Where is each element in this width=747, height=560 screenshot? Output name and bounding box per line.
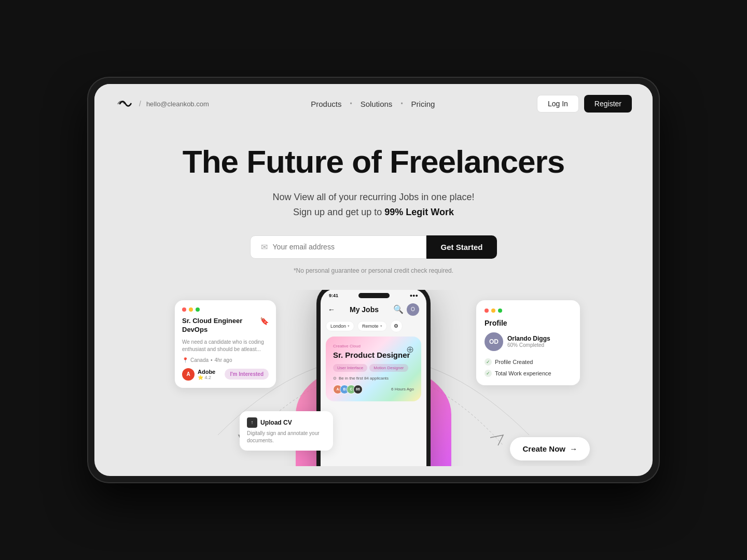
filter-london[interactable]: London ▾ xyxy=(326,321,354,331)
tag-motion: Motion Designer xyxy=(369,364,408,372)
phone-screen: 9:41 ●●● ← My Jobs 🔍 O xyxy=(321,290,426,466)
search-icon[interactable]: 🔍 xyxy=(393,304,404,314)
company-name: Adobe xyxy=(198,369,215,375)
profile-check-1: ✓ Profile Created xyxy=(485,358,572,366)
dot-red xyxy=(182,307,186,312)
profile-card-dots xyxy=(485,309,572,313)
register-button[interactable]: Register xyxy=(584,95,632,113)
phone-job-tags: User Interface Motion Designer xyxy=(333,364,414,372)
phone-wrapper: 9:41 ●●● ← My Jobs 🔍 O xyxy=(316,290,431,466)
create-now-label: Create Now xyxy=(522,444,565,453)
filter-row: London ▾ Remote ▾ ⚙ xyxy=(321,320,426,337)
phone-job-title: Sr. Product Designer xyxy=(333,351,414,360)
dot-green xyxy=(196,307,200,312)
phone-job-applicants: ⊙ Be in the first 84 applicants xyxy=(333,376,414,381)
avatar-count: 86 xyxy=(353,385,363,394)
navbar: / hello@cleankob.com Products • Solution… xyxy=(94,84,653,123)
navbar-email: hello@cleankob.com xyxy=(146,100,209,108)
cc-icon: ⊕ xyxy=(406,344,414,355)
device-frame: / hello@cleankob.com Products • Solution… xyxy=(88,78,659,482)
hero-disclaimer: *No personal guarantee or personal credi… xyxy=(115,267,632,274)
create-now-button[interactable]: Create Now → xyxy=(509,437,590,461)
email-form: ✉ Get Started xyxy=(115,235,632,259)
phone-job-category: Creative Cloud xyxy=(333,344,414,348)
profile-dot-green xyxy=(498,309,502,313)
job-meta: 📍 Canada • 4hr ago xyxy=(182,357,269,363)
interested-button[interactable]: I'm Interested xyxy=(225,369,269,380)
chevron-down-icon: ▾ xyxy=(348,324,350,328)
profile-card-title: Profile xyxy=(485,319,572,327)
arrow-right-icon: → xyxy=(570,444,577,453)
company-logo: A xyxy=(182,368,195,381)
upload-title: Upload CV xyxy=(260,419,292,426)
profile-check-2: ✓ Total Work experience xyxy=(485,370,572,377)
phone-job-footer: A B C 86 6 Hours Ago xyxy=(333,385,414,394)
job-footer: A Adobe ⭐ 4.2 I'm Interested xyxy=(182,368,269,381)
nav-dot-2: • xyxy=(400,100,403,107)
phone-back-button[interactable]: ← xyxy=(328,305,335,314)
nav-link-products[interactable]: Products xyxy=(307,97,345,110)
company-info: A Adobe ⭐ 4.2 xyxy=(182,368,215,381)
job-time-ago: 4hr ago xyxy=(215,357,232,363)
navbar-center: Products • Solutions • Pricing xyxy=(307,97,439,110)
phone-job-card: Creative Cloud Sr. Product Designer ⊕ Us… xyxy=(326,337,421,401)
nav-dot-1: • xyxy=(350,100,352,107)
phone-notch xyxy=(358,293,390,298)
job-location: Canada xyxy=(190,357,209,363)
job-description: We need a candidate who is coding enthus… xyxy=(182,339,269,353)
get-started-button[interactable]: Get Started xyxy=(426,235,497,259)
location-icon: 📍 xyxy=(182,357,188,363)
company-rating: ⭐ 4.2 xyxy=(198,375,215,380)
chevron-down-icon-2: ▾ xyxy=(380,324,382,328)
card-dots xyxy=(182,307,269,312)
hero-subtitle: Now View all of your recurring Jobs in o… xyxy=(115,190,632,220)
phone-icons: 🔍 O xyxy=(393,303,419,316)
profile-dot-yellow xyxy=(491,309,495,313)
phone-status-bar: 9:41 ●●● xyxy=(321,290,426,300)
screen: / hello@cleankob.com Products • Solution… xyxy=(94,84,653,476)
bookmark-icon[interactable]: 🔖 xyxy=(260,317,269,325)
upload-description: Digitally sign and annotate your documen… xyxy=(247,430,326,444)
phone-screen-title: My Jobs xyxy=(350,305,379,314)
nav-link-solutions[interactable]: Solutions xyxy=(356,97,397,110)
upload-header: ↑ Upload CV xyxy=(247,417,326,428)
content-area: Sr. Cloud Engineer DevOps 🔖 We need a ca… xyxy=(94,290,653,466)
checkmark-icon-2: ✓ xyxy=(485,370,492,377)
upload-icon: ↑ xyxy=(247,417,257,428)
filter-remote[interactable]: Remote ▾ xyxy=(357,321,387,331)
profile-checks: ✓ Profile Created ✓ Total Work experienc… xyxy=(485,358,572,377)
job-title: Sr. Cloud Engineer DevOps xyxy=(182,317,260,334)
phone-signal: ●●● xyxy=(410,293,418,298)
navbar-slash: / xyxy=(139,100,141,108)
phone-user-avatar[interactable]: O xyxy=(407,303,419,316)
profile-completion: 60% Completed xyxy=(507,342,550,348)
upload-cv-card: ↑ Upload CV Digitally sign and annotate … xyxy=(240,411,333,451)
email-input[interactable] xyxy=(273,243,416,251)
checkmark-icon-1: ✓ xyxy=(485,358,492,366)
phone-frame: 9:41 ●●● ← My Jobs 🔍 O xyxy=(316,290,431,466)
job-time: • xyxy=(211,357,213,363)
profile-dot-red xyxy=(485,309,489,313)
login-button[interactable]: Log In xyxy=(537,95,579,113)
phone-job-time: 6 Hours Ago xyxy=(391,387,414,391)
card-header-row: Sr. Cloud Engineer DevOps 🔖 xyxy=(182,317,269,334)
profile-avatar: OD xyxy=(485,332,503,351)
filter-options-button[interactable]: ⚙ xyxy=(390,320,403,332)
mail-icon: ✉ xyxy=(261,242,268,252)
hero-title: The Future of Freelancers xyxy=(115,144,632,179)
phone-header: ← My Jobs 🔍 O xyxy=(321,300,426,320)
nav-link-pricing[interactable]: Pricing xyxy=(407,97,439,110)
dot-yellow xyxy=(189,307,193,312)
profile-card: Profile OD Orlando Diggs 60% Completed ✓… xyxy=(476,300,580,385)
navbar-left: / hello@cleankob.com xyxy=(115,94,209,113)
profile-user-row: OD Orlando Diggs 60% Completed xyxy=(485,332,572,351)
applicants-icon: ⊙ xyxy=(333,376,337,381)
phone-time: 9:41 xyxy=(329,293,338,298)
tag-ui: User Interface xyxy=(333,364,367,372)
profile-name: Orlando Diggs xyxy=(507,335,550,342)
hero-section: The Future of Freelancers Now View all o… xyxy=(94,123,653,285)
avatar-stack: A B C 86 xyxy=(333,385,363,394)
job-card: Sr. Cloud Engineer DevOps 🔖 We need a ca… xyxy=(175,300,276,388)
email-input-wrapper: ✉ xyxy=(250,235,426,259)
logo-icon xyxy=(115,94,134,113)
